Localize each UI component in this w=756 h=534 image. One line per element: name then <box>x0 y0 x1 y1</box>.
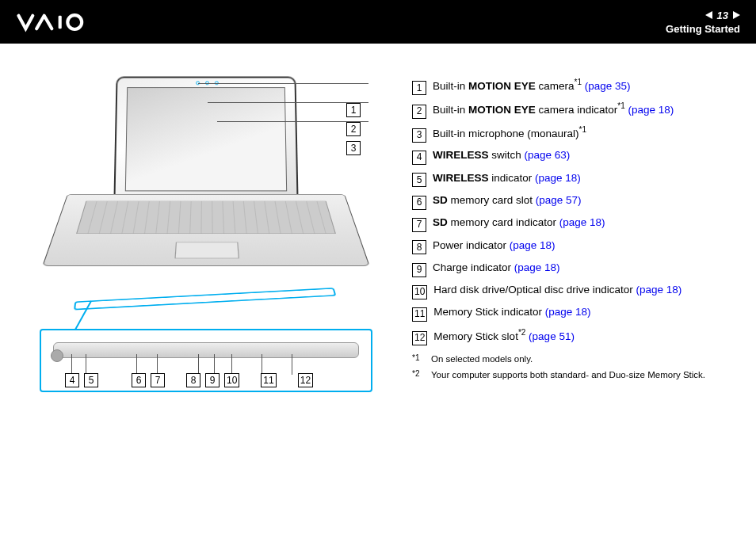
list-item-4: 4WIRELESS switch (page 63) <box>412 146 705 165</box>
page-number: 13 <box>717 10 728 21</box>
list-callout-10: 10 <box>412 285 427 299</box>
list-item-7: 7SD memory card indicator (page 18) <box>412 213 705 232</box>
footnote: *1On selected models only. <box>412 353 705 365</box>
list-callout-6: 6 <box>412 196 426 210</box>
list-text-2: Built-in MOTION EYE camera indicator*1 (… <box>433 99 674 120</box>
list-text-10: Hard disk drive/Optical disc drive indic… <box>433 280 682 299</box>
list-text-3: Built-in microphone (monaural)*1 <box>433 123 586 143</box>
diagram-callout-4: 4 <box>65 373 79 387</box>
page-link[interactable]: (page 18) <box>510 239 556 251</box>
diagram-callout-5: 5 <box>84 373 98 387</box>
section-title: Getting Started <box>666 23 740 35</box>
page-link[interactable]: (page 63) <box>525 149 571 161</box>
list-text-7: SD memory card indicator (page 18) <box>433 213 605 232</box>
list-callout-1: 1 <box>412 81 426 95</box>
list-text-12: Memory Stick slot*2 (page 51) <box>433 326 575 346</box>
diagram-area: 1 2 3 4 5 6 7 <box>40 75 388 392</box>
list-item-5: 5WIRELESS indicator (page 18) <box>412 169 705 188</box>
list-text-8: Power indicator (page 18) <box>433 236 556 255</box>
list-callout-12: 12 <box>412 331 427 345</box>
front-panel-detail: 4 5 6 7 8 9 10 11 12 <box>40 329 372 392</box>
list-item-11: 11Memory Stick indicator (page 18) <box>412 303 705 322</box>
diagram-callout-2: 2 <box>346 122 361 136</box>
diagram-callout-3: 3 <box>346 141 361 155</box>
page-link[interactable]: (page 51) <box>529 330 575 341</box>
list-text-5: WIRELESS indicator (page 18) <box>433 169 581 188</box>
next-page-arrow[interactable] <box>733 11 740 19</box>
page-link[interactable]: (page 35) <box>585 80 631 92</box>
page-link[interactable]: (page 18) <box>636 284 682 296</box>
laptop-illustration: 1 2 3 <box>40 75 365 305</box>
list-callout-9: 9 <box>412 263 426 277</box>
list-text-11: Memory Stick indicator (page 18) <box>433 303 590 322</box>
list-callout-4: 4 <box>412 151 426 165</box>
list-item-6: 6SD memory card slot (page 57) <box>412 191 705 210</box>
list-callout-5: 5 <box>412 173 426 187</box>
page-navigation: 13 <box>666 10 740 21</box>
list-item-3: 3Built-in microphone (monaural)*1 <box>412 123 705 143</box>
list-item-10: 10Hard disk drive/Optical disc drive ind… <box>412 280 705 299</box>
list-callout-11: 11 <box>412 307 427 322</box>
list-text-9: Charge indicator (page 18) <box>433 258 560 277</box>
page-link[interactable]: (page 18) <box>628 103 674 115</box>
diagram-callout-6: 6 <box>132 373 146 387</box>
page-link[interactable]: (page 18) <box>559 216 605 228</box>
page-content: 1 2 3 4 5 6 7 <box>0 44 756 392</box>
list-item-12: 12Memory Stick slot*2 (page 51) <box>412 326 705 346</box>
list-text-6: SD memory card slot (page 57) <box>433 191 582 210</box>
vaio-logo <box>16 10 103 34</box>
list-callout-7: 7 <box>412 218 426 232</box>
list-item-9: 9Charge indicator (page 18) <box>412 258 705 277</box>
svg-point-1 <box>67 15 82 29</box>
diagram-callout-11: 11 <box>261 373 276 387</box>
page-header: 13 Getting Started <box>0 0 756 44</box>
prev-page-arrow[interactable] <box>705 11 712 19</box>
list-callout-2: 2 <box>412 105 426 119</box>
page-link[interactable]: (page 18) <box>514 261 560 273</box>
diagram-callout-7: 7 <box>151 373 165 387</box>
list-text-1: Built-in MOTION EYE camera*1 (page 35) <box>433 75 631 96</box>
list-item-1: 1Built-in MOTION EYE camera*1 (page 35) <box>412 75 705 96</box>
diagram-callout-10: 10 <box>224 373 239 387</box>
diagram-callout-8: 8 <box>186 373 200 387</box>
page-link[interactable]: (page 18) <box>545 306 591 318</box>
svg-rect-0 <box>59 15 62 29</box>
component-list: 1Built-in MOTION EYE camera*1 (page 35)2… <box>412 75 705 392</box>
diagram-callout-1: 1 <box>346 103 361 117</box>
page-link[interactable]: (page 57) <box>536 194 582 206</box>
diagram-callout-9: 9 <box>205 373 220 387</box>
list-item-2: 2Built-in MOTION EYE camera indicator*1 … <box>412 99 705 120</box>
list-callout-3: 3 <box>412 128 426 143</box>
list-item-8: 8Power indicator (page 18) <box>412 236 705 255</box>
list-callout-8: 8 <box>412 240 426 254</box>
list-text-4: WIRELESS switch (page 63) <box>433 146 570 165</box>
page-link[interactable]: (page 18) <box>535 172 581 184</box>
diagram-callout-12: 12 <box>298 373 313 387</box>
footnote: *2Your computer supports both standard- … <box>412 368 705 381</box>
